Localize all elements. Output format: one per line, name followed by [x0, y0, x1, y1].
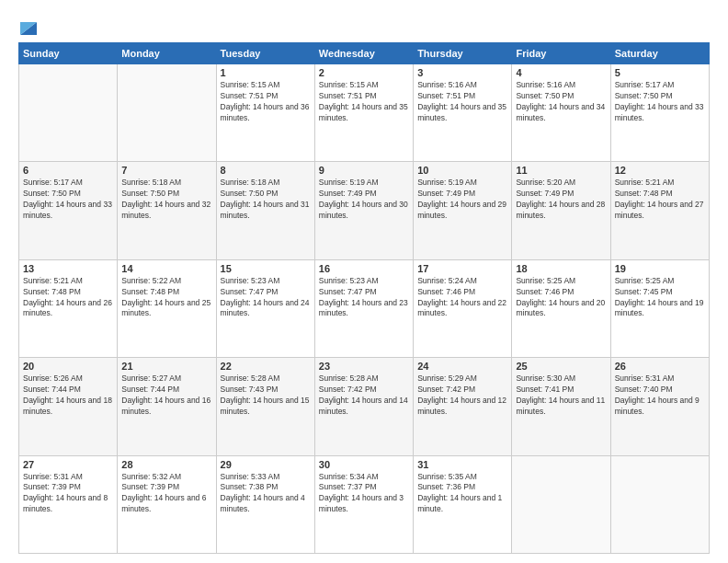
calendar-cell: 14Sunrise: 5:22 AM Sunset: 7:48 PM Dayli… — [118, 259, 216, 357]
calendar-cell: 26Sunrise: 5:31 AM Sunset: 7:40 PM Dayli… — [610, 358, 709, 455]
day-info: Sunrise: 5:34 AM Sunset: 7:37 PM Dayligh… — [319, 472, 409, 516]
day-number: 29 — [221, 459, 311, 470]
day-number: 14 — [121, 263, 211, 274]
day-number: 5 — [615, 67, 705, 78]
logo — [18, 15, 37, 35]
calendar-cell: 7Sunrise: 5:18 AM Sunset: 7:50 PM Daylig… — [118, 162, 216, 259]
calendar-cell: 24Sunrise: 5:29 AM Sunset: 7:42 PM Dayli… — [414, 358, 512, 455]
calendar-cell: 19Sunrise: 5:25 AM Sunset: 7:45 PM Dayli… — [610, 259, 709, 357]
calendar-cell: 15Sunrise: 5:23 AM Sunset: 7:47 PM Dayli… — [216, 259, 314, 357]
calendar-cell: 30Sunrise: 5:34 AM Sunset: 7:37 PM Dayli… — [314, 455, 413, 553]
calendar-cell: 2Sunrise: 5:15 AM Sunset: 7:51 PM Daylig… — [314, 64, 413, 162]
day-number: 15 — [221, 263, 311, 274]
calendar-cell: 23Sunrise: 5:28 AM Sunset: 7:42 PM Dayli… — [314, 358, 413, 455]
calendar-cell: 5Sunrise: 5:17 AM Sunset: 7:50 PM Daylig… — [610, 64, 709, 162]
day-number: 26 — [615, 361, 705, 372]
page: SundayMondayTuesdayWednesdayThursdayFrid… — [0, 0, 728, 563]
calendar-cell: 12Sunrise: 5:21 AM Sunset: 7:48 PM Dayli… — [610, 162, 709, 259]
day-info: Sunrise: 5:16 AM Sunset: 7:51 PM Dayligh… — [417, 80, 507, 124]
calendar-cell: 3Sunrise: 5:16 AM Sunset: 7:51 PM Daylig… — [414, 64, 512, 162]
day-info: Sunrise: 5:17 AM Sunset: 7:50 PM Dayligh… — [23, 178, 113, 222]
day-number: 17 — [417, 263, 507, 274]
weekday-header: Saturday — [610, 43, 709, 64]
day-info: Sunrise: 5:29 AM Sunset: 7:42 PM Dayligh… — [417, 373, 507, 418]
day-info: Sunrise: 5:18 AM Sunset: 7:50 PM Dayligh… — [221, 178, 311, 222]
day-number: 9 — [319, 165, 409, 176]
day-info: Sunrise: 5:21 AM Sunset: 7:48 PM Dayligh… — [615, 178, 705, 222]
day-number: 21 — [121, 361, 211, 372]
day-info: Sunrise: 5:33 AM Sunset: 7:38 PM Dayligh… — [221, 472, 311, 516]
day-info: Sunrise: 5:31 AM Sunset: 7:39 PM Dayligh… — [23, 472, 113, 516]
day-number: 10 — [417, 165, 507, 176]
calendar-cell: 9Sunrise: 5:19 AM Sunset: 7:49 PM Daylig… — [314, 162, 413, 259]
day-info: Sunrise: 5:24 AM Sunset: 7:46 PM Dayligh… — [417, 276, 507, 320]
calendar-cell — [610, 455, 709, 553]
day-number: 1 — [221, 67, 311, 78]
day-info: Sunrise: 5:15 AM Sunset: 7:51 PM Dayligh… — [319, 80, 409, 124]
day-info: Sunrise: 5:31 AM Sunset: 7:40 PM Dayligh… — [615, 373, 705, 418]
calendar-cell: 28Sunrise: 5:32 AM Sunset: 7:39 PM Dayli… — [118, 455, 216, 553]
calendar-cell: 18Sunrise: 5:25 AM Sunset: 7:46 PM Dayli… — [512, 259, 610, 357]
day-number: 22 — [221, 361, 311, 372]
calendar-table: SundayMondayTuesdayWednesdayThursdayFrid… — [18, 42, 710, 554]
day-info: Sunrise: 5:20 AM Sunset: 7:49 PM Dayligh… — [516, 178, 606, 222]
day-info: Sunrise: 5:22 AM Sunset: 7:48 PM Dayligh… — [121, 276, 211, 320]
calendar-cell: 8Sunrise: 5:18 AM Sunset: 7:50 PM Daylig… — [216, 162, 314, 259]
day-number: 3 — [417, 67, 507, 78]
calendar-cell: 1Sunrise: 5:15 AM Sunset: 7:51 PM Daylig… — [216, 64, 314, 162]
calendar-cell: 11Sunrise: 5:20 AM Sunset: 7:49 PM Dayli… — [512, 162, 610, 259]
day-number: 12 — [615, 165, 705, 176]
weekday-header: Monday — [118, 43, 216, 64]
day-number: 4 — [516, 67, 606, 78]
calendar-cell — [118, 64, 216, 162]
calendar-cell: 25Sunrise: 5:30 AM Sunset: 7:41 PM Dayli… — [512, 358, 610, 455]
day-number: 7 — [121, 165, 211, 176]
day-info: Sunrise: 5:28 AM Sunset: 7:42 PM Dayligh… — [319, 373, 409, 418]
day-number: 13 — [23, 263, 113, 274]
day-number: 6 — [23, 165, 113, 176]
calendar-cell: 21Sunrise: 5:27 AM Sunset: 7:44 PM Dayli… — [118, 358, 216, 455]
day-info: Sunrise: 5:23 AM Sunset: 7:47 PM Dayligh… — [221, 276, 311, 320]
day-info: Sunrise: 5:32 AM Sunset: 7:39 PM Dayligh… — [121, 472, 211, 516]
calendar-cell — [512, 455, 610, 553]
calendar-cell: 29Sunrise: 5:33 AM Sunset: 7:38 PM Dayli… — [216, 455, 314, 553]
day-info: Sunrise: 5:16 AM Sunset: 7:50 PM Dayligh… — [516, 80, 606, 124]
weekday-header: Tuesday — [216, 43, 314, 64]
day-number: 31 — [417, 459, 507, 470]
day-number: 20 — [23, 361, 113, 372]
day-number: 30 — [319, 459, 409, 470]
day-info: Sunrise: 5:15 AM Sunset: 7:51 PM Dayligh… — [221, 80, 311, 124]
day-info: Sunrise: 5:30 AM Sunset: 7:41 PM Dayligh… — [516, 373, 606, 418]
day-number: 18 — [516, 263, 606, 274]
day-info: Sunrise: 5:19 AM Sunset: 7:49 PM Dayligh… — [319, 178, 409, 222]
day-number: 2 — [319, 67, 409, 78]
day-number: 27 — [23, 459, 113, 470]
calendar-cell: 17Sunrise: 5:24 AM Sunset: 7:46 PM Dayli… — [414, 259, 512, 357]
day-number: 16 — [319, 263, 409, 274]
day-info: Sunrise: 5:26 AM Sunset: 7:44 PM Dayligh… — [23, 373, 113, 418]
logo-icon — [20, 15, 37, 35]
day-number: 11 — [516, 165, 606, 176]
calendar-cell: 10Sunrise: 5:19 AM Sunset: 7:49 PM Dayli… — [414, 162, 512, 259]
day-number: 25 — [516, 361, 606, 372]
day-info: Sunrise: 5:17 AM Sunset: 7:50 PM Dayligh… — [615, 80, 705, 124]
calendar-cell: 4Sunrise: 5:16 AM Sunset: 7:50 PM Daylig… — [512, 64, 610, 162]
calendar-cell: 20Sunrise: 5:26 AM Sunset: 7:44 PM Dayli… — [19, 358, 118, 455]
day-info: Sunrise: 5:28 AM Sunset: 7:43 PM Dayligh… — [221, 373, 311, 418]
day-info: Sunrise: 5:21 AM Sunset: 7:48 PM Dayligh… — [23, 276, 113, 320]
day-number: 19 — [615, 263, 705, 274]
day-number: 28 — [121, 459, 211, 470]
day-info: Sunrise: 5:25 AM Sunset: 7:46 PM Dayligh… — [516, 276, 606, 320]
day-number: 8 — [221, 165, 311, 176]
day-info: Sunrise: 5:27 AM Sunset: 7:44 PM Dayligh… — [121, 373, 211, 418]
header — [18, 15, 710, 35]
day-info: Sunrise: 5:35 AM Sunset: 7:36 PM Dayligh… — [417, 472, 507, 516]
calendar-cell: 16Sunrise: 5:23 AM Sunset: 7:47 PM Dayli… — [314, 259, 413, 357]
weekday-header: Thursday — [414, 43, 512, 64]
weekday-header: Wednesday — [314, 43, 413, 64]
weekday-header: Sunday — [19, 43, 118, 64]
day-info: Sunrise: 5:18 AM Sunset: 7:50 PM Dayligh… — [121, 178, 211, 222]
day-info: Sunrise: 5:19 AM Sunset: 7:49 PM Dayligh… — [417, 178, 507, 222]
day-number: 24 — [417, 361, 507, 372]
calendar-cell: 22Sunrise: 5:28 AM Sunset: 7:43 PM Dayli… — [216, 358, 314, 455]
